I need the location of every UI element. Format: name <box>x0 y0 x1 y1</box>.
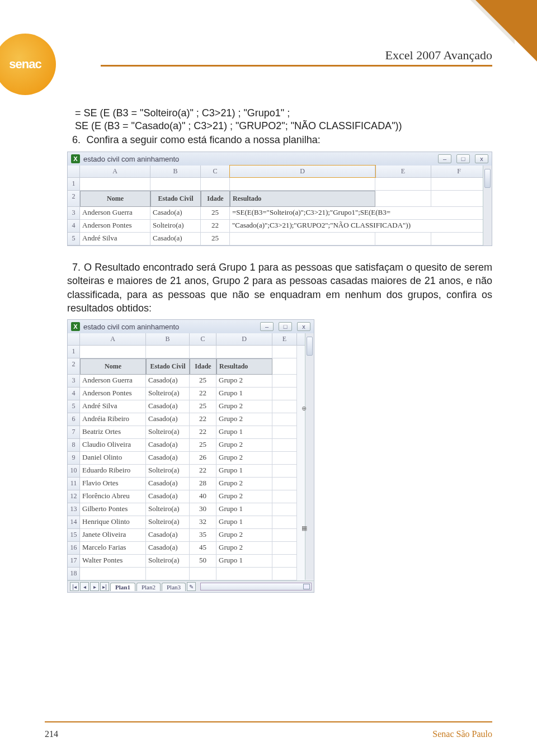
cell-resultado[interactable]: Grupo 1 <box>216 426 272 439</box>
select-all[interactable] <box>68 166 80 177</box>
row-1[interactable]: 1 <box>68 346 80 358</box>
cell-estado[interactable]: Casado(a) <box>146 529 190 542</box>
col-A[interactable]: A <box>80 333 146 345</box>
cell-nome[interactable]: Anderson Guerra <box>80 375 146 388</box>
cell-idade[interactable]: 40 <box>190 490 216 503</box>
cell-nome[interactable]: Walter Pontes <box>80 555 146 568</box>
cell-empty[interactable] <box>272 439 297 452</box>
row-18[interactable]: 18 <box>68 568 80 580</box>
cell-empty[interactable] <box>272 413 297 426</box>
hdr-nome[interactable]: Nome <box>80 358 146 375</box>
col-B[interactable]: B <box>150 166 201 177</box>
cell-estado[interactable]: Solteiro(a) <box>146 426 190 439</box>
cell-resultado[interactable]: Grupo 2 <box>216 375 272 388</box>
cell-resultado[interactable]: Grupo 2 <box>216 439 272 452</box>
tab-plan3[interactable]: Plan3 <box>162 583 186 591</box>
row-11[interactable]: 11 <box>68 478 80 490</box>
scroll-thumb[interactable] <box>484 169 491 188</box>
tab-plan2[interactable]: Plan2 <box>136 583 161 591</box>
cell-resultado[interactable]: Grupo 2 <box>216 529 272 542</box>
cell-resultado[interactable]: Grupo 2 <box>216 400 272 413</box>
cell-nome[interactable]: Beatriz Ortes <box>80 426 146 439</box>
row-17[interactable]: 17 <box>68 555 80 568</box>
cell-A5[interactable]: André Silva <box>80 233 150 245</box>
nav-last[interactable]: ▸| <box>100 582 109 591</box>
cell-nome[interactable]: Janete Oliveira <box>80 529 146 542</box>
col-A[interactable]: A <box>80 166 150 177</box>
row-8[interactable]: 8 <box>68 439 80 452</box>
col-E[interactable]: E <box>375 166 431 177</box>
cell-empty[interactable] <box>272 388 297 400</box>
row-16[interactable]: 16 <box>68 542 80 555</box>
hdr-estado[interactable]: Estado Civil <box>146 358 190 375</box>
cell-nome[interactable]: Henrique Olinto <box>80 516 146 529</box>
cell-estado[interactable]: Solteiro(a) <box>146 503 190 516</box>
cell-nome[interactable]: Eduardo Ribeiro <box>80 465 146 478</box>
cell-idade[interactable]: 25 <box>190 375 216 388</box>
cell-resultado[interactable]: Grupo 1 <box>216 503 272 516</box>
cell-empty[interactable] <box>272 375 297 388</box>
cell-nome[interactable]: Gilberto Pontes <box>80 503 146 516</box>
cell-resultado[interactable]: Grupo 1 <box>216 516 272 529</box>
cell-resultado[interactable]: Grupo 1 <box>216 388 272 400</box>
row-9[interactable]: 9 <box>68 452 80 465</box>
cell-resultado[interactable]: Grupo 2 <box>216 413 272 426</box>
cell-B3[interactable]: Casado(a) <box>150 207 201 220</box>
cell-nome[interactable]: Marcelo Farias <box>80 542 146 555</box>
row-5[interactable]: 5 <box>68 400 80 413</box>
cell-D3-formula-line1[interactable]: =SE(E(B3="Solteiro(a)";C3>21);"Grupo1";S… <box>230 207 487 220</box>
col-C[interactable]: C <box>201 166 230 177</box>
row-4[interactable]: 4 <box>68 388 80 400</box>
hdr-resultado[interactable]: Resultado <box>230 191 375 207</box>
nav-next[interactable]: ▸ <box>90 582 99 591</box>
cell-empty[interactable] <box>272 452 297 465</box>
cell-estado[interactable]: Casado(a) <box>146 490 190 503</box>
cell-estado[interactable]: Casado(a) <box>146 452 190 465</box>
cell-empty[interactable] <box>272 478 297 490</box>
cell-idade[interactable]: 22 <box>190 388 216 400</box>
row-5[interactable]: 5 <box>68 233 80 245</box>
cell-empty[interactable] <box>272 542 297 555</box>
cell-idade[interactable]: 28 <box>190 478 216 490</box>
cell-idade[interactable]: 35 <box>190 529 216 542</box>
cell-estado[interactable]: Casado(a) <box>146 413 190 426</box>
cell-nome[interactable]: Florêncio Abreu <box>80 490 146 503</box>
hdr-idade[interactable]: Idade <box>201 191 230 207</box>
hdr-idade[interactable]: Idade <box>190 358 216 375</box>
close-button[interactable]: x <box>475 154 488 163</box>
vertical-scrollbar[interactable] <box>305 333 314 580</box>
new-sheet[interactable]: ✎ <box>187 582 196 591</box>
cell-estado[interactable]: Casado(a) <box>146 542 190 555</box>
col-D[interactable]: D <box>216 333 272 345</box>
row-1[interactable]: 1 <box>68 178 80 191</box>
cell-empty[interactable] <box>272 516 297 529</box>
cell-A4[interactable]: Anderson Pontes <box>80 220 150 233</box>
cell-estado[interactable]: Solteiro(a) <box>146 388 190 400</box>
cell-D3-formula-line2[interactable]: "Casado(a)";C3>21);"GRUPO2";"NÃO CLASSIF… <box>230 220 487 233</box>
col-B[interactable]: B <box>146 333 190 345</box>
cell-B5[interactable]: Casado(a) <box>150 233 201 245</box>
col-F[interactable]: F <box>431 166 487 177</box>
cell-empty[interactable] <box>272 555 297 568</box>
hdr-estado[interactable]: Estado Civil <box>150 191 201 207</box>
cell-idade[interactable]: 32 <box>190 516 216 529</box>
cell-C4[interactable]: 22 <box>201 220 230 233</box>
cell-idade[interactable]: 26 <box>190 452 216 465</box>
cell-estado[interactable]: Casado(a) <box>146 439 190 452</box>
cell-nome[interactable]: Daniel Olinto <box>80 452 146 465</box>
cell-nome[interactable]: Claudio Oliveira <box>80 439 146 452</box>
hdr-resultado[interactable]: Resultado <box>216 358 272 375</box>
cell-resultado[interactable]: Grupo 2 <box>216 478 272 490</box>
row-15[interactable]: 15 <box>68 529 80 542</box>
cell-resultado[interactable]: Grupo 1 <box>216 555 272 568</box>
cell-estado[interactable]: Solteiro(a) <box>146 516 190 529</box>
row-7[interactable]: 7 <box>68 426 80 439</box>
cell-idade[interactable]: 22 <box>190 413 216 426</box>
cell-resultado[interactable]: Grupo 2 <box>216 542 272 555</box>
hdr-nome[interactable]: Nome <box>80 191 150 207</box>
cell-idade[interactable]: 30 <box>190 503 216 516</box>
cell-empty[interactable] <box>272 503 297 516</box>
cell-idade[interactable]: 25 <box>190 439 216 452</box>
cell-nome[interactable]: André Silva <box>80 400 146 413</box>
maximize-button[interactable]: □ <box>279 322 292 331</box>
